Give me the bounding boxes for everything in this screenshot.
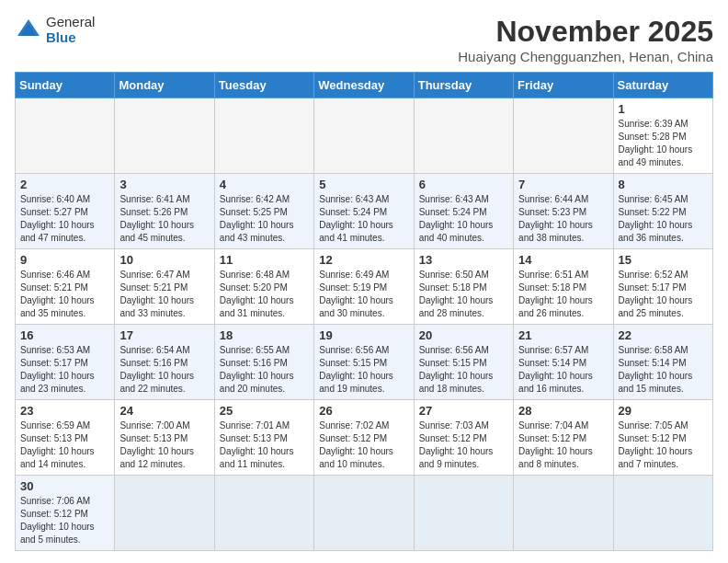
day-info: Sunrise: 6:52 AM Sunset: 5:17 PM Dayligh… xyxy=(619,269,708,320)
day-number: 26 xyxy=(319,404,408,418)
calendar-cell: 5Sunrise: 6:43 AM Sunset: 5:24 PM Daylig… xyxy=(314,174,414,249)
day-number: 4 xyxy=(220,178,309,191)
day-info: Sunrise: 6:53 AM Sunset: 5:17 PM Dayligh… xyxy=(20,344,109,396)
calendar-cell: 16Sunrise: 6:53 AM Sunset: 5:17 PM Dayli… xyxy=(16,325,115,400)
calendar-cell: 18Sunrise: 6:55 AM Sunset: 5:16 PM Dayli… xyxy=(214,325,313,400)
calendar-week-row: 9Sunrise: 6:46 AM Sunset: 5:21 PM Daylig… xyxy=(16,249,713,325)
calendar-cell: 6Sunrise: 6:43 AM Sunset: 5:24 PM Daylig… xyxy=(414,174,513,249)
calendar-cell xyxy=(514,98,613,174)
location: Huaiyang Chengguanzhen, Henan, China xyxy=(458,49,713,64)
day-info: Sunrise: 6:51 AM Sunset: 5:18 PM Dayligh… xyxy=(518,269,608,320)
day-number: 7 xyxy=(518,178,608,191)
day-number: 18 xyxy=(220,328,309,342)
day-number: 23 xyxy=(20,404,109,418)
day-number: 24 xyxy=(119,404,209,418)
calendar-cell: 24Sunrise: 7:00 AM Sunset: 5:13 PM Dayli… xyxy=(115,400,214,476)
day-number: 14 xyxy=(518,253,608,267)
title-block: November 2025 Huaiyang Chengguanzhen, He… xyxy=(458,15,713,64)
day-info: Sunrise: 7:04 AM Sunset: 5:12 PM Dayligh… xyxy=(518,419,608,471)
day-number: 9 xyxy=(20,253,109,267)
generalblue-logo-icon xyxy=(15,17,42,44)
weekday-header-saturday: Saturday xyxy=(613,73,712,98)
logo: General Blue xyxy=(15,15,95,45)
calendar-cell: 11Sunrise: 6:48 AM Sunset: 5:20 PM Dayli… xyxy=(214,249,313,325)
day-info: Sunrise: 6:50 AM Sunset: 5:18 PM Dayligh… xyxy=(419,269,508,320)
calendar-cell xyxy=(414,98,513,174)
calendar-cell: 23Sunrise: 6:59 AM Sunset: 5:13 PM Dayli… xyxy=(16,400,115,476)
day-number: 11 xyxy=(220,253,309,267)
day-info: Sunrise: 7:06 AM Sunset: 5:12 PM Dayligh… xyxy=(20,495,109,546)
calendar-cell: 7Sunrise: 6:44 AM Sunset: 5:23 PM Daylig… xyxy=(514,174,613,249)
calendar-cell: 27Sunrise: 7:03 AM Sunset: 5:12 PM Dayli… xyxy=(414,400,513,476)
calendar-cell: 19Sunrise: 6:56 AM Sunset: 5:15 PM Dayli… xyxy=(314,325,414,400)
weekday-header-friday: Friday xyxy=(514,73,613,98)
day-info: Sunrise: 6:41 AM Sunset: 5:26 PM Dayligh… xyxy=(119,193,209,245)
calendar-cell: 26Sunrise: 7:02 AM Sunset: 5:12 PM Dayli… xyxy=(314,400,414,476)
calendar-cell: 3Sunrise: 6:41 AM Sunset: 5:26 PM Daylig… xyxy=(115,174,214,249)
calendar-cell: 22Sunrise: 6:58 AM Sunset: 5:14 PM Dayli… xyxy=(613,325,712,400)
day-number: 28 xyxy=(518,404,608,418)
calendar-cell: 29Sunrise: 7:05 AM Sunset: 5:12 PM Dayli… xyxy=(613,400,712,476)
weekday-header-row: SundayMondayTuesdayWednesdayThursdayFrid… xyxy=(16,73,713,98)
day-number: 8 xyxy=(619,178,708,191)
day-info: Sunrise: 6:54 AM Sunset: 5:16 PM Dayligh… xyxy=(119,344,209,396)
day-info: Sunrise: 7:05 AM Sunset: 5:12 PM Dayligh… xyxy=(619,419,708,471)
calendar-cell xyxy=(514,476,613,551)
day-number: 6 xyxy=(419,178,508,191)
calendar-cell: 30Sunrise: 7:06 AM Sunset: 5:12 PM Dayli… xyxy=(16,476,115,551)
weekday-header-sunday: Sunday xyxy=(16,73,115,98)
calendar-cell: 12Sunrise: 6:49 AM Sunset: 5:19 PM Dayli… xyxy=(314,249,414,325)
day-info: Sunrise: 6:49 AM Sunset: 5:19 PM Dayligh… xyxy=(319,269,408,320)
day-info: Sunrise: 7:02 AM Sunset: 5:12 PM Dayligh… xyxy=(319,419,408,471)
day-number: 21 xyxy=(518,328,608,342)
day-info: Sunrise: 6:44 AM Sunset: 5:23 PM Dayligh… xyxy=(518,193,608,245)
day-number: 22 xyxy=(619,328,708,342)
day-number: 10 xyxy=(119,253,209,267)
day-info: Sunrise: 6:47 AM Sunset: 5:21 PM Dayligh… xyxy=(119,269,209,320)
day-number: 1 xyxy=(619,102,708,116)
calendar-cell xyxy=(414,476,513,551)
calendar-week-row: 2Sunrise: 6:40 AM Sunset: 5:27 PM Daylig… xyxy=(16,174,713,249)
weekday-header-tuesday: Tuesday xyxy=(214,73,313,98)
day-info: Sunrise: 6:57 AM Sunset: 5:14 PM Dayligh… xyxy=(518,344,608,396)
day-info: Sunrise: 6:59 AM Sunset: 5:13 PM Dayligh… xyxy=(20,419,109,471)
calendar-week-row: 23Sunrise: 6:59 AM Sunset: 5:13 PM Dayli… xyxy=(16,400,713,476)
calendar-cell: 1Sunrise: 6:39 AM Sunset: 5:28 PM Daylig… xyxy=(613,98,712,174)
calendar-cell: 8Sunrise: 6:45 AM Sunset: 5:22 PM Daylig… xyxy=(613,174,712,249)
day-number: 13 xyxy=(419,253,508,267)
day-number: 3 xyxy=(119,178,209,191)
calendar-cell: 14Sunrise: 6:51 AM Sunset: 5:18 PM Dayli… xyxy=(514,249,613,325)
calendar-cell xyxy=(314,476,414,551)
day-info: Sunrise: 7:03 AM Sunset: 5:12 PM Dayligh… xyxy=(419,419,508,471)
day-number: 17 xyxy=(119,328,209,342)
calendar-cell xyxy=(613,476,712,551)
calendar-cell: 4Sunrise: 6:42 AM Sunset: 5:25 PM Daylig… xyxy=(214,174,313,249)
calendar-cell: 2Sunrise: 6:40 AM Sunset: 5:27 PM Daylig… xyxy=(16,174,115,249)
day-info: Sunrise: 6:39 AM Sunset: 5:28 PM Dayligh… xyxy=(619,118,708,169)
day-info: Sunrise: 6:56 AM Sunset: 5:15 PM Dayligh… xyxy=(319,344,408,396)
day-number: 30 xyxy=(20,479,109,493)
page-header: General Blue November 2025 Huaiyang Chen… xyxy=(15,15,713,64)
day-info: Sunrise: 6:56 AM Sunset: 5:15 PM Dayligh… xyxy=(419,344,508,396)
calendar-cell xyxy=(16,98,115,174)
weekday-header-monday: Monday xyxy=(115,73,214,98)
day-number: 16 xyxy=(20,328,109,342)
day-info: Sunrise: 6:43 AM Sunset: 5:24 PM Dayligh… xyxy=(319,193,408,245)
logo-text: General Blue xyxy=(46,15,95,45)
day-info: Sunrise: 6:40 AM Sunset: 5:27 PM Dayligh… xyxy=(20,193,109,245)
calendar-cell: 20Sunrise: 6:56 AM Sunset: 5:15 PM Dayli… xyxy=(414,325,513,400)
day-number: 20 xyxy=(419,328,508,342)
day-info: Sunrise: 6:58 AM Sunset: 5:14 PM Dayligh… xyxy=(619,344,708,396)
calendar-cell: 10Sunrise: 6:47 AM Sunset: 5:21 PM Dayli… xyxy=(115,249,214,325)
weekday-header-wednesday: Wednesday xyxy=(314,73,414,98)
day-number: 25 xyxy=(220,404,309,418)
calendar-cell xyxy=(115,98,214,174)
calendar-week-row: 1Sunrise: 6:39 AM Sunset: 5:28 PM Daylig… xyxy=(16,98,713,174)
day-info: Sunrise: 6:45 AM Sunset: 5:22 PM Dayligh… xyxy=(619,193,708,245)
calendar-cell xyxy=(214,476,313,551)
day-number: 29 xyxy=(619,404,708,418)
day-info: Sunrise: 6:55 AM Sunset: 5:16 PM Dayligh… xyxy=(220,344,309,396)
calendar-table: SundayMondayTuesdayWednesdayThursdayFrid… xyxy=(15,72,713,551)
calendar-cell: 21Sunrise: 6:57 AM Sunset: 5:14 PM Dayli… xyxy=(514,325,613,400)
calendar-cell: 9Sunrise: 6:46 AM Sunset: 5:21 PM Daylig… xyxy=(16,249,115,325)
